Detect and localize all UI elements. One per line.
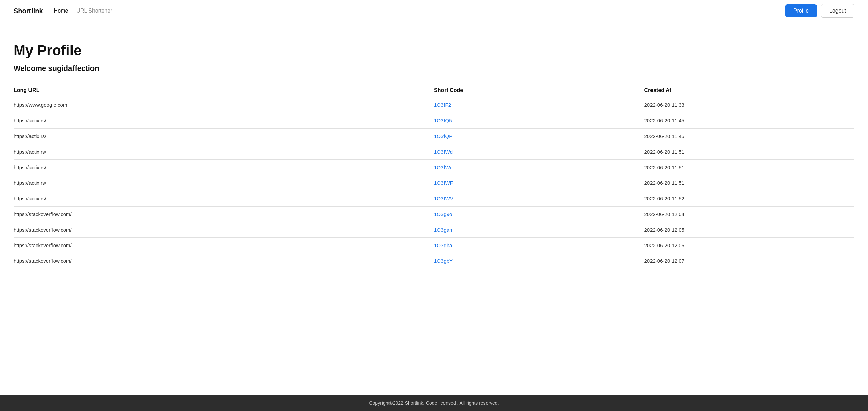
- cell-created-at: 2022-06-20 11:33: [644, 97, 855, 113]
- welcome-text: Welcome sugidaffection: [14, 64, 854, 73]
- brand-logo[interactable]: Shortlink: [14, 7, 43, 15]
- table-header: Long URL Short Code Created At: [14, 84, 854, 97]
- table-row: https://stackoverflow.com/1O3g9o2022-06-…: [14, 207, 854, 222]
- cell-short-code: 1O3fWd: [434, 144, 644, 160]
- short-code-link[interactable]: 1O3fQ5: [434, 118, 452, 123]
- nav-url-shortener[interactable]: URL Shortener: [76, 8, 112, 14]
- short-code-link[interactable]: 1O3fWu: [434, 164, 453, 170]
- cell-long-url: https://actix.rs/: [14, 113, 434, 129]
- cell-long-url: https://actix.rs/: [14, 191, 434, 207]
- cell-created-at: 2022-06-20 11:51: [644, 175, 855, 191]
- table-row: https://actix.rs/1O3fWF2022-06-20 11:51: [14, 175, 854, 191]
- cell-long-url: https://stackoverflow.com/: [14, 238, 434, 253]
- table-row: https://actix.rs/1O3fWV2022-06-20 11:52: [14, 191, 854, 207]
- cell-short-code: 1O3g9o: [434, 207, 644, 222]
- cell-created-at: 2022-06-20 11:45: [644, 129, 855, 144]
- table-row: https://actix.rs/1O3fWd2022-06-20 11:51: [14, 144, 854, 160]
- footer: Copyright©2022 Shortlink. Code licensed …: [0, 395, 868, 411]
- cell-long-url: https://stackoverflow.com/: [14, 207, 434, 222]
- cell-long-url: https://actix.rs/: [14, 160, 434, 175]
- table-row: https://www.google.com1O3fF22022-06-20 1…: [14, 97, 854, 113]
- cell-created-at: 2022-06-20 12:05: [644, 222, 855, 238]
- table-body: https://www.google.com1O3fF22022-06-20 1…: [14, 97, 854, 269]
- table-row: https://stackoverflow.com/1O3gan2022-06-…: [14, 222, 854, 238]
- short-code-link[interactable]: 1O3fQP: [434, 133, 452, 139]
- cell-created-at: 2022-06-20 11:51: [644, 160, 855, 175]
- cell-long-url: https://actix.rs/: [14, 175, 434, 191]
- url-table: Long URL Short Code Created At https://w…: [14, 84, 854, 269]
- cell-long-url: https://actix.rs/: [14, 129, 434, 144]
- table-row: https://actix.rs/1O3fQ52022-06-20 11:45: [14, 113, 854, 129]
- logout-button[interactable]: Logout: [821, 4, 854, 18]
- cell-long-url: https://stackoverflow.com/: [14, 222, 434, 238]
- footer-text-after: . All rights reserved.: [456, 400, 499, 406]
- cell-short-code: 1O3fWu: [434, 160, 644, 175]
- cell-long-url: https://www.google.com: [14, 97, 434, 113]
- footer-text: Copyright©2022 Shortlink. Code licensed …: [369, 400, 499, 406]
- short-code-link[interactable]: 1O3gan: [434, 227, 452, 233]
- cell-long-url: https://actix.rs/: [14, 144, 434, 160]
- cell-short-code: 1O3fWV: [434, 191, 644, 207]
- page-title: My Profile: [14, 42, 854, 59]
- cell-long-url: https://stackoverflow.com/: [14, 253, 434, 269]
- footer-license-link[interactable]: licensed: [438, 400, 456, 406]
- navbar: Shortlink Home URL Shortener Profile Log…: [0, 0, 868, 22]
- cell-created-at: 2022-06-20 12:06: [644, 238, 855, 253]
- navbar-actions: Profile Logout: [785, 4, 854, 18]
- col-header-created-at: Created At: [644, 84, 855, 97]
- short-code-link[interactable]: 1O3fF2: [434, 102, 451, 108]
- short-code-link[interactable]: 1O3fWd: [434, 149, 453, 155]
- short-code-link[interactable]: 1O3fWF: [434, 180, 453, 186]
- profile-button[interactable]: Profile: [785, 4, 817, 17]
- cell-short-code: 1O3fWF: [434, 175, 644, 191]
- cell-created-at: 2022-06-20 11:51: [644, 144, 855, 160]
- cell-created-at: 2022-06-20 11:45: [644, 113, 855, 129]
- main-content: My Profile Welcome sugidaffection Long U…: [0, 22, 868, 395]
- short-code-link[interactable]: 1O3fWV: [434, 196, 453, 201]
- short-code-link[interactable]: 1O3gba: [434, 242, 452, 248]
- short-code-link[interactable]: 1O3gbY: [434, 258, 453, 264]
- cell-created-at: 2022-06-20 11:52: [644, 191, 855, 207]
- table-row: https://actix.rs/1O3fWu2022-06-20 11:51: [14, 160, 854, 175]
- cell-created-at: 2022-06-20 12:07: [644, 253, 855, 269]
- short-code-link[interactable]: 1O3g9o: [434, 211, 452, 217]
- table-row: https://actix.rs/1O3fQP2022-06-20 11:45: [14, 129, 854, 144]
- cell-short-code: 1O3gba: [434, 238, 644, 253]
- table-row: https://stackoverflow.com/1O3gba2022-06-…: [14, 238, 854, 253]
- col-header-short-code: Short Code: [434, 84, 644, 97]
- table-row: https://stackoverflow.com/1O3gbY2022-06-…: [14, 253, 854, 269]
- nav-links: Home URL Shortener: [54, 8, 785, 14]
- cell-short-code: 1O3fQ5: [434, 113, 644, 129]
- nav-home[interactable]: Home: [54, 8, 68, 14]
- footer-text-before: Copyright©2022 Shortlink. Code: [369, 400, 438, 406]
- cell-short-code: 1O3gan: [434, 222, 644, 238]
- cell-created-at: 2022-06-20 12:04: [644, 207, 855, 222]
- col-header-long-url: Long URL: [14, 84, 434, 97]
- cell-short-code: 1O3gbY: [434, 253, 644, 269]
- cell-short-code: 1O3fQP: [434, 129, 644, 144]
- cell-short-code: 1O3fF2: [434, 97, 644, 113]
